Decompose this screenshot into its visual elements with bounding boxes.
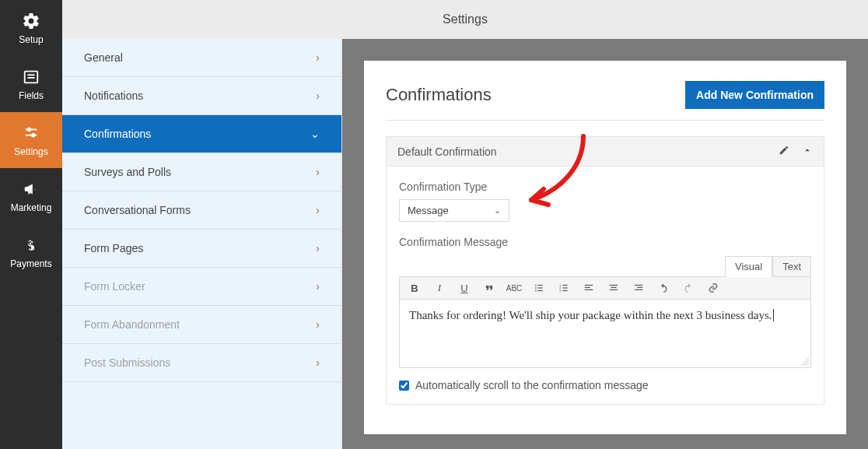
chevron-right-icon: › [316,280,320,293]
settings-item-general[interactable]: General › [62,39,341,77]
rail-item-settings[interactable]: Settings [0,112,62,168]
settings-item-label: Surveys and Polls [84,166,171,178]
svg-rect-20 [585,287,590,288]
main-canvas: Confirmations Add New Confirmation Defau… [342,39,868,449]
form-icon [21,67,41,87]
confirmation-type-select[interactable]: Message ⌄ [399,199,509,222]
sliders-icon [21,123,41,143]
rail-item-label: Setup [19,34,43,45]
page-title: Settings [443,12,488,26]
svg-point-9 [535,290,537,292]
text-cursor [773,309,777,321]
settings-item-post-submissions[interactable]: Post Submissions › [62,344,341,382]
settings-item-form-pages[interactable]: Form Pages › [62,230,341,268]
svg-text:3: 3 [559,289,561,293]
confirmation-message-label: Confirmation Message [399,236,811,248]
svg-point-6 [32,134,35,137]
settings-item-confirmations[interactable]: Confirmations ⌄ [62,115,341,153]
underline-icon[interactable]: U [457,282,471,294]
settings-item-label: Post Submissions [84,356,170,369]
svg-rect-24 [610,289,618,290]
confirmation-name: Default Confirmation [397,146,497,158]
italic-icon[interactable]: I [432,282,446,294]
blockquote-icon[interactable] [482,282,496,293]
editor-toolbar: B I U ABC [399,276,811,300]
svg-rect-26 [637,287,642,288]
rail-item-setup[interactable]: Setup [0,0,62,56]
chevron-right-icon: › [316,318,320,331]
confirmation-card: Default Confirmation Con [386,136,824,405]
settings-item-label: Confirmations [84,128,151,140]
editor-tab-text[interactable]: Text [772,256,811,277]
builder-rail: Setup Fields Settings Marketing Payments [0,0,62,449]
editor-tab-visual[interactable]: Visual [725,256,772,277]
numbered-list-icon[interactable]: 123 [557,282,571,293]
svg-point-8 [535,287,537,289]
rail-item-label: Marketing [11,202,52,213]
chevron-down-icon: ⌄ [494,205,501,216]
settings-item-conversational[interactable]: Conversational Forms › [62,191,341,230]
rail-item-label: Payments [10,258,51,269]
svg-rect-13 [562,285,567,286]
undo-icon[interactable] [656,282,670,293]
rail-item-marketing[interactable]: Marketing [0,168,62,224]
settings-item-surveys[interactable]: Surveys and Polls › [62,153,341,191]
chevron-right-icon: › [316,51,320,64]
settings-item-label: Form Locker [84,280,145,293]
svg-rect-22 [610,285,618,286]
collapse-icon[interactable] [802,145,813,158]
edit-icon[interactable] [779,145,789,158]
rail-item-label: Settings [14,146,47,157]
rail-item-label: Fields [19,90,44,101]
chevron-right-icon: › [316,242,320,254]
svg-rect-15 [562,290,567,291]
auto-scroll-label: Automatically scroll to the confirmation… [415,379,649,391]
chevron-down-icon: ⌄ [310,128,320,140]
auto-scroll-checkbox[interactable] [399,381,409,391]
confirmations-panel: Confirmations Add New Confirmation Defau… [364,61,846,434]
align-left-icon[interactable] [582,282,596,293]
settings-item-label: Conversational Forms [84,204,191,216]
confirmation-type-label: Confirmation Type [399,181,811,193]
dollar-icon [21,235,41,255]
svg-rect-14 [562,287,567,288]
svg-rect-21 [585,289,593,290]
settings-item-notifications[interactable]: Notifications › [62,77,341,115]
svg-rect-12 [537,290,542,291]
settings-item-label: Notifications [84,89,143,102]
svg-rect-10 [537,285,542,286]
panel-title: Confirmations [386,85,492,105]
svg-rect-25 [635,285,643,286]
add-confirmation-button[interactable]: Add New Confirmation [685,81,824,109]
settings-item-form-abandonment[interactable]: Form Abandonment › [62,306,341,344]
settings-item-label: Form Pages [84,242,143,254]
gear-icon [21,11,41,31]
chevron-right-icon: › [316,204,320,216]
chevron-right-icon: › [316,89,320,102]
svg-rect-27 [635,289,643,290]
svg-point-4 [27,128,30,132]
svg-rect-11 [537,287,542,288]
auto-scroll-option[interactable]: Automatically scroll to the confirmation… [399,379,811,391]
settings-item-label: General [84,51,123,64]
strikethrough-icon[interactable]: ABC [507,284,521,293]
redo-icon[interactable] [681,282,695,293]
editor-content: Thanks for ordering! We'll ship your pac… [409,309,772,321]
svg-point-7 [535,285,537,286]
page-header: Settings [62,0,868,39]
confirmation-message-editor[interactable]: Thanks for ordering! We'll ship your pac… [399,300,811,368]
link-icon[interactable] [706,282,720,293]
bullhorn-icon [21,179,41,199]
bullet-list-icon[interactable] [532,282,546,293]
chevron-right-icon: › [316,166,320,178]
rail-item-fields[interactable]: Fields [0,56,62,112]
resize-handle[interactable] [801,358,809,366]
svg-rect-23 [611,287,617,288]
settings-item-form-locker[interactable]: Form Locker › [62,268,341,306]
align-right-icon[interactable] [632,282,646,293]
svg-rect-19 [585,285,593,286]
bold-icon[interactable]: B [408,282,422,294]
chevron-right-icon: › [316,356,320,369]
align-center-icon[interactable] [607,282,621,293]
rail-item-payments[interactable]: Payments [0,224,62,280]
